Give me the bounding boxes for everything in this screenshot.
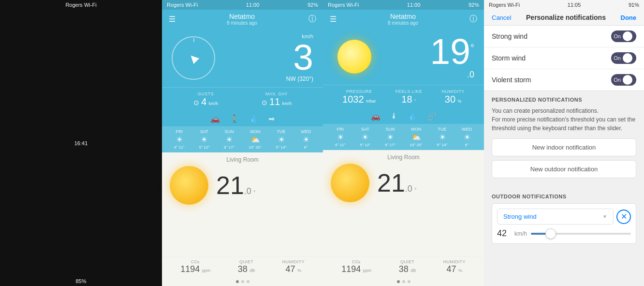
max-day-val-2: ⊙ 11 km/h — [262, 96, 292, 107]
outdoor-dropdown-value: Strong wind — [503, 213, 537, 220]
max-day-label-2: MAX. DAY — [262, 91, 292, 96]
indoor-temp-dec-2: .0 — [244, 186, 251, 196]
carrier-1: Rogers Wi-Fi — [65, 2, 96, 8]
link-icon-3: 🔗 — [427, 112, 437, 121]
fday-mon-2: MON ⛅ 10° 20° — [249, 129, 262, 150]
wind-speed-unit-2: km/h — [220, 33, 313, 39]
personalize-title: Personalize notifications — [526, 14, 606, 21]
status-bar-3: Rogers Wi-Fi 11:00 92% — [323, 0, 484, 10]
pressure-val-row-3: 1032 mbar — [342, 94, 376, 105]
forecast-strip-2: FRI ☀ 4° 11° SAT ☀ 5° 12° SUN ☀ 9° 17° M… — [162, 126, 323, 152]
feels-like-unit-3: ° — [414, 99, 416, 104]
strong-wind-row: Strong wind On — [484, 26, 644, 47]
outdoor-section: OUTDOOR NOTIFICATIONS Strong wind ▼ ✕ 42… — [484, 188, 644, 250]
app-name-3: Netatmo — [388, 13, 418, 20]
fday-sat-3: SAT ☀ 5° 12° — [360, 127, 370, 147]
arrow-icon-2: ➡ — [268, 114, 275, 123]
main-temp-3: 19° .0 — [381, 33, 474, 80]
page-dots-2 — [162, 277, 323, 286]
humidity-ilabel-2: HUMIDITY — [282, 259, 305, 264]
carrier-2: Rogers Wi-Fi — [167, 2, 198, 8]
sun-icon-3 — [331, 164, 369, 202]
strong-wind-toggle[interactable]: On — [611, 30, 636, 42]
indoor-stats-2: CO₂ 1194 ppm QUIET 38 dB HUMIDITY 47 % — [162, 256, 323, 277]
fday-sun-2: SUN ☀ 9° 17° — [224, 129, 234, 150]
slider-unit: km/h — [514, 230, 527, 237]
time-3: 11:00 — [407, 2, 421, 8]
humidity-ival-3: 47 — [447, 264, 456, 274]
new-indoor-notification-button[interactable]: New indoor notification — [492, 138, 636, 156]
hamburger-icon-2[interactable]: ☰ — [169, 15, 176, 24]
temp-degree-mark-3: ° — [414, 187, 416, 193]
violent-storm-row: Violent storm On — [484, 69, 644, 90]
gusts-stat: GUSTS ⊙ 4 km/h — [193, 91, 219, 107]
battery-2: 92% — [307, 2, 318, 8]
chevron-down-icon: ▼ — [602, 214, 607, 219]
quiet-ival-2: 38 — [238, 264, 248, 274]
storm-wind-toggle[interactable]: On — [611, 52, 636, 64]
gusts-icon: ⊙ — [193, 99, 199, 106]
rain-icon-2: 💧 — [249, 114, 259, 123]
time-ago-3: 8 minutes ago — [388, 20, 418, 26]
dot-3-2 — [247, 280, 249, 283]
co2-ival-row-2: 1194 ppm — [180, 264, 210, 274]
sun-icon-2 — [170, 166, 208, 205]
temp-val-3: 19 — [430, 31, 470, 72]
time-ago-2: 8 minutes ago — [227, 20, 257, 26]
gusts-label-2: GUSTS — [193, 91, 219, 96]
co2-ilabel-2: CO₂ — [180, 259, 210, 264]
cancel-button[interactable]: Cancel — [492, 14, 511, 21]
info-icon-2[interactable]: ⓘ — [308, 14, 316, 24]
hamburger-icon-3[interactable]: ☰ — [330, 15, 337, 24]
pressure-label-3: PRESSURE — [342, 89, 376, 94]
thermo-icon-3: 🌡 — [390, 112, 398, 121]
violent-storm-label: Violent storm — [492, 76, 531, 84]
weather-main-3: 19° .0 — [323, 29, 484, 85]
new-outdoor-notification-button[interactable]: New outdoor notification — [492, 160, 636, 178]
humidity-stat-3: HUMIDITY 30 % — [441, 89, 465, 105]
done-button[interactable]: Done — [621, 14, 637, 21]
storm-wind-toggle-label: On — [614, 55, 621, 61]
quiet-ival-row-3: 38 dB — [399, 264, 416, 274]
forecast-strip-3: FRI ☀ 4° 11° SAT ☀ 5° 12° SUN ☀ 9° 17° M… — [323, 124, 484, 150]
main-temp-2: km/h 3 NW (320°) — [220, 33, 313, 82]
indoor-temp-big-3: 21 — [377, 169, 405, 197]
strong-wind-knob — [623, 31, 632, 41]
dot-2-3 — [402, 280, 405, 283]
slider-thumb[interactable] — [545, 228, 556, 239]
violent-storm-toggle[interactable]: On — [611, 74, 636, 86]
humidity-val-row-3: 30 % — [441, 94, 465, 105]
drop-icon-3: 💧 — [408, 112, 417, 121]
temp-display-2: 21.0 ° — [216, 171, 255, 200]
max-day-icon: ⊙ — [262, 99, 267, 106]
temp-degree-mark-2: ° — [253, 190, 255, 195]
personalized-desc: You can create personalized notification… — [492, 106, 636, 133]
quiet-iunit-2: dB — [249, 268, 255, 273]
co2-istat-3: CO₂ 1194 ppm — [341, 259, 371, 274]
strong-wind-toggle-label: On — [614, 33, 621, 39]
co2-ival-3: 1194 — [341, 264, 361, 274]
forecast-strip-days-2: FRI ☀ 4° 11° SAT ☀ 5° 12° SUN ☀ 9° 17° M… — [167, 129, 318, 150]
info-icon-3[interactable]: ⓘ — [469, 14, 477, 24]
storm-wind-label: Storm wind — [492, 54, 526, 62]
quiet-ilabel-3: QUIET — [399, 259, 416, 264]
gusts-val-2: ⊙ 4 km/h — [193, 96, 219, 107]
status-bar-2: Rogers Wi-Fi 11:00 92% — [162, 0, 323, 10]
quiet-ilabel-2: QUIET — [238, 259, 255, 264]
fday-sun-3: SUN ☀ 9° 17° — [385, 127, 395, 147]
stats-row-2: GUSTS ⊙ 4 km/h MAX. DAY ⊙ 11 km/h — [162, 87, 323, 111]
fday-fri-3: FRI ☀ 4° 11° — [335, 127, 346, 147]
top-bar-2: ☰ Netatmo 8 minutes ago ⓘ — [162, 10, 323, 29]
panel-wind-info: Rogers Wi-Fi 16:41 85% ☰ TAP ON TEXT FOR… — [0, 0, 162, 286]
slider-track[interactable] — [531, 233, 631, 235]
car-icon-3: 🚗 — [371, 112, 381, 121]
max-day-number-2: 11 — [269, 96, 280, 107]
humidity-ival-2: 47 — [286, 264, 295, 274]
weather-main-2: ▲ km/h 3 NW (320°) — [162, 29, 323, 87]
strong-wind-label: Strong wind — [492, 32, 527, 40]
indoor-temp-dec-3: .0 — [405, 184, 412, 194]
close-config-button[interactable]: ✕ — [616, 210, 631, 224]
living-room-blue-2: Living Room 21.0 ° — [162, 152, 323, 256]
co2-ilabel-3: CO₂ — [341, 259, 371, 264]
outdoor-dropdown[interactable]: Strong wind ▼ — [497, 209, 614, 225]
